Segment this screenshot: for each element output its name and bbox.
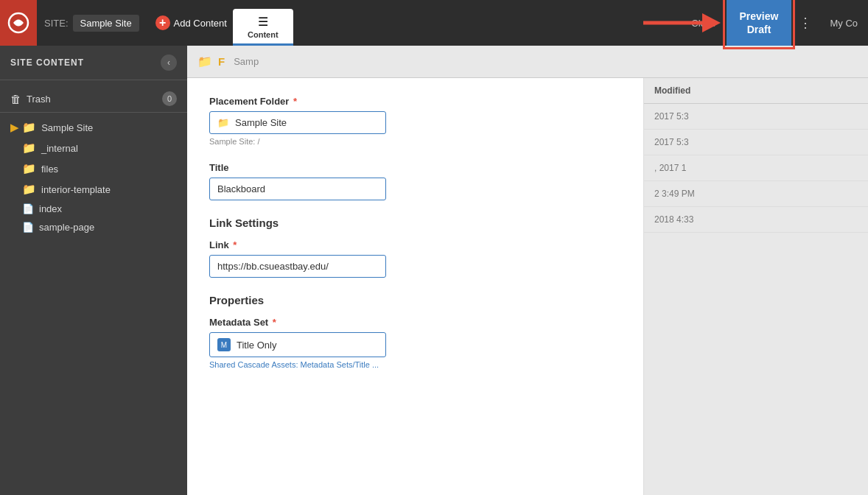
folder-icon: 📁 xyxy=(22,162,36,175)
link-input[interactable] xyxy=(209,255,386,278)
sidebar-item-label: _internal xyxy=(41,143,78,154)
sidebar-item-sample-site[interactable]: ▶ 📁 Sample Site xyxy=(0,117,187,138)
sidebar-tree: 🗑 Trash 0 ▶ 📁 Sample Site 📁 _internal 📁 … xyxy=(0,80,187,495)
sidebar-item-index[interactable]: 📄 index xyxy=(0,200,187,218)
table-row: 2 3:49 PM xyxy=(644,181,868,207)
cascade-link[interactable]: Shared Cascade Assets: Metadata Sets/Tit… xyxy=(209,360,621,369)
add-icon: + xyxy=(155,15,170,30)
right-panel: Modified 2017 5:3 2017 5:3 , 2017 1 2 3:… xyxy=(644,78,868,495)
required-marker: * xyxy=(273,317,276,328)
properties-group: Properties Metadata Set * M Title Only S… xyxy=(209,294,621,369)
table-row: 2017 5:3 xyxy=(644,130,868,155)
site-content-header: SITE CONTENT ‹ xyxy=(0,46,187,80)
link-label: Link * xyxy=(209,239,621,250)
metadata-label: Metadata Set * xyxy=(209,317,621,328)
metadata-icon: M xyxy=(217,338,231,351)
table-row: 2017 5:3 xyxy=(644,104,868,130)
doc-icon: 📄 xyxy=(22,203,34,214)
content-tab[interactable]: ☰ Content xyxy=(233,9,293,46)
form-panel: Placement Folder * 📁 Sample Site Sample … xyxy=(187,78,644,495)
required-marker: * xyxy=(233,239,237,250)
logo[interactable] xyxy=(0,0,37,46)
more-options-button[interactable]: ⋮ xyxy=(791,0,819,46)
link-settings-group: Link Settings Link * xyxy=(209,217,621,278)
content-tab-label: Content xyxy=(248,30,279,39)
content-main: Placement Folder * 📁 Sample Site Sample … xyxy=(187,78,868,495)
dots-icon: ⋮ xyxy=(799,15,812,31)
sample-label: Samp xyxy=(234,56,259,67)
placement-folder-group: Placement Folder * 📁 Sample Site Sample … xyxy=(209,96,621,146)
my-co-link[interactable]: My Co xyxy=(819,0,868,46)
title-label: Title xyxy=(209,162,621,173)
svg-marker-2 xyxy=(702,13,721,32)
sidebar-item-internal[interactable]: 📁 _internal xyxy=(0,138,187,158)
red-arrow-indicator xyxy=(636,6,724,42)
placement-folder-hint: Sample Site: / xyxy=(209,137,621,146)
sidebar-item-label: interior-template xyxy=(41,184,111,195)
metadata-set-input[interactable]: M Title Only xyxy=(209,332,386,357)
sidebar-item-label: Sample Site xyxy=(41,122,93,133)
content-header-bar: 📁 F Samp xyxy=(187,46,868,78)
folder-icon: 📁 xyxy=(22,183,36,196)
folder-icon: 📁 xyxy=(22,141,36,155)
topbar: SITE: Sample Site + Add Content ☰ Conten… xyxy=(0,0,868,46)
site-selector: SITE: Sample Site xyxy=(37,15,147,32)
link-settings-title: Link Settings xyxy=(209,217,621,229)
sidebar-item-label: index xyxy=(39,203,62,214)
content-tab-area: ☰ Content xyxy=(233,0,293,46)
title-input[interactable] xyxy=(209,178,386,200)
site-label: SITE: xyxy=(44,18,69,29)
breadcrumb-text: F xyxy=(218,55,225,68)
sidebar-item-label: files xyxy=(41,164,58,175)
sidebar: SITE CONTENT ‹ 🗑 Trash 0 ▶ 📁 Sample Site… xyxy=(0,46,187,495)
sidebar-item-label: sample-page xyxy=(39,222,94,233)
modified-header: Modified xyxy=(644,78,868,104)
main-layout: SITE CONTENT ‹ 🗑 Trash 0 ▶ 📁 Sample Site… xyxy=(0,46,868,495)
folder-icon: ▶ 📁 xyxy=(10,121,36,134)
folder-icon: 📁 xyxy=(217,117,229,128)
title-group: Title xyxy=(209,162,621,200)
site-content-label: SITE CONTENT xyxy=(10,57,84,68)
trash-label: Trash xyxy=(27,94,51,105)
sidebar-item-interior-template[interactable]: 📁 interior-template xyxy=(0,179,187,200)
chevron-left-icon: ‹ xyxy=(167,57,170,68)
trash-icon: 🗑 xyxy=(10,93,21,105)
add-content-button[interactable]: + Add Content xyxy=(147,15,236,30)
sidebar-item-files[interactable]: 📁 files xyxy=(0,158,187,179)
placement-folder-value: Sample Site xyxy=(235,117,287,128)
preview-draft-button[interactable]: PreviewDraft xyxy=(727,0,792,46)
breadcrumb-folder-icon: 📁 xyxy=(197,55,212,69)
content-tab-icon: ☰ xyxy=(258,15,268,29)
add-content-label: Add Content xyxy=(174,18,227,29)
sidebar-item-sample-page[interactable]: 📄 sample-page xyxy=(0,218,187,236)
site-name[interactable]: Sample Site xyxy=(73,15,139,32)
preview-draft-label: PreviewDraft xyxy=(740,10,779,35)
placement-folder-label: Placement Folder * xyxy=(209,96,621,107)
table-row: 2018 4:33 xyxy=(644,207,868,233)
metadata-value: Title Only xyxy=(237,340,276,351)
properties-title: Properties xyxy=(209,294,621,306)
trash-count: 0 xyxy=(162,91,177,106)
required-marker: * xyxy=(293,96,297,107)
placement-folder-input[interactable]: 📁 Sample Site xyxy=(209,111,386,134)
content-area: 📁 F Samp Placement Folder * 📁 Sample Sit… xyxy=(187,46,868,495)
table-row: , 2017 1 xyxy=(644,155,868,181)
doc-icon: 📄 xyxy=(22,222,34,233)
collapse-button[interactable]: ‹ xyxy=(161,55,177,71)
trash-item[interactable]: 🗑 Trash 0 xyxy=(0,88,187,113)
